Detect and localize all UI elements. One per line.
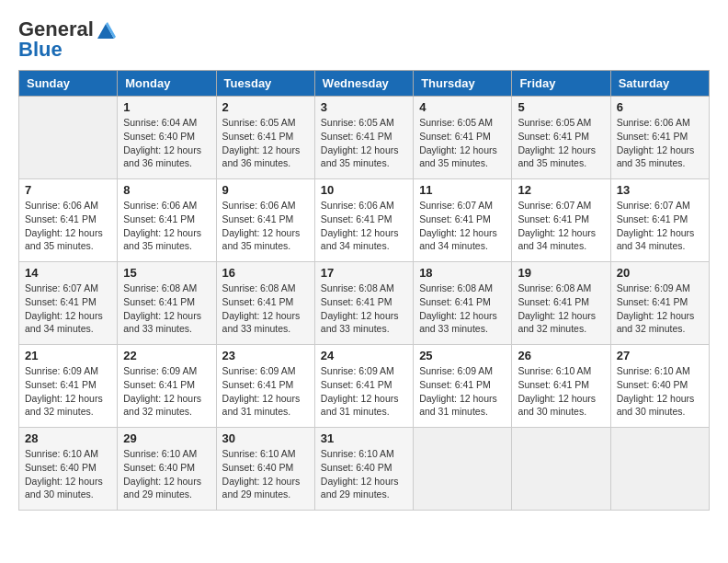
calendar-cell: 25Sunrise: 6:09 AM Sunset: 6:41 PM Dayli… bbox=[414, 345, 512, 428]
page-header: General Blue bbox=[18, 18, 710, 61]
calendar-cell: 22Sunrise: 6:09 AM Sunset: 6:41 PM Dayli… bbox=[118, 345, 216, 428]
calendar-cell: 21Sunrise: 6:09 AM Sunset: 6:41 PM Dayli… bbox=[19, 345, 118, 428]
day-info: Sunrise: 6:04 AM Sunset: 6:40 PM Dayligh… bbox=[123, 116, 210, 170]
day-number: 2 bbox=[222, 100, 309, 114]
day-info: Sunrise: 6:09 AM Sunset: 6:41 PM Dayligh… bbox=[321, 364, 407, 419]
day-info: Sunrise: 6:06 AM Sunset: 6:41 PM Dayligh… bbox=[617, 116, 703, 170]
day-info: Sunrise: 6:06 AM Sunset: 6:41 PM Dayligh… bbox=[222, 199, 309, 253]
calendar-cell: 3Sunrise: 6:05 AM Sunset: 6:41 PM Daylig… bbox=[314, 97, 413, 179]
day-number: 25 bbox=[419, 349, 506, 362]
calendar-week-1: 1Sunrise: 6:04 AM Sunset: 6:40 PM Daylig… bbox=[19, 97, 710, 179]
calendar-week-4: 21Sunrise: 6:09 AM Sunset: 6:41 PM Dayli… bbox=[19, 345, 710, 428]
weekday-header-monday: Monday bbox=[118, 71, 216, 97]
day-info: Sunrise: 6:10 AM Sunset: 6:40 PM Dayligh… bbox=[617, 364, 703, 419]
calendar-cell: 30Sunrise: 6:10 AM Sunset: 6:40 PM Dayli… bbox=[216, 428, 314, 511]
day-info: Sunrise: 6:09 AM Sunset: 6:41 PM Dayligh… bbox=[419, 364, 506, 419]
calendar-cell bbox=[610, 428, 709, 511]
day-info: Sunrise: 6:05 AM Sunset: 6:41 PM Dayligh… bbox=[518, 116, 604, 170]
calendar-cell: 23Sunrise: 6:09 AM Sunset: 6:41 PM Dayli… bbox=[216, 345, 314, 428]
day-number: 1 bbox=[123, 100, 210, 114]
day-number: 22 bbox=[123, 349, 210, 362]
day-info: Sunrise: 6:09 AM Sunset: 6:41 PM Dayligh… bbox=[617, 282, 703, 336]
calendar-cell: 7Sunrise: 6:06 AM Sunset: 6:41 PM Daylig… bbox=[19, 179, 118, 262]
day-number: 11 bbox=[419, 183, 506, 197]
calendar-week-3: 14Sunrise: 6:07 AM Sunset: 6:41 PM Dayli… bbox=[19, 262, 710, 345]
day-number: 23 bbox=[222, 349, 309, 362]
logo-blue: Blue bbox=[18, 38, 63, 61]
calendar-cell: 13Sunrise: 6:07 AM Sunset: 6:41 PM Dayli… bbox=[610, 179, 709, 262]
calendar-cell: 16Sunrise: 6:08 AM Sunset: 6:41 PM Dayli… bbox=[216, 262, 314, 345]
weekday-header-thursday: Thursday bbox=[414, 71, 512, 97]
day-number: 3 bbox=[321, 100, 407, 114]
day-info: Sunrise: 6:06 AM Sunset: 6:41 PM Dayligh… bbox=[123, 199, 210, 253]
day-info: Sunrise: 6:05 AM Sunset: 6:41 PM Dayligh… bbox=[419, 116, 506, 170]
day-info: Sunrise: 6:05 AM Sunset: 6:41 PM Dayligh… bbox=[222, 116, 309, 170]
logo-icon bbox=[96, 20, 116, 40]
day-number: 31 bbox=[321, 431, 407, 445]
day-number: 19 bbox=[518, 266, 604, 280]
calendar-cell: 15Sunrise: 6:08 AM Sunset: 6:41 PM Dayli… bbox=[118, 262, 216, 345]
calendar-cell: 28Sunrise: 6:10 AM Sunset: 6:40 PM Dayli… bbox=[19, 428, 118, 511]
day-info: Sunrise: 6:06 AM Sunset: 6:41 PM Dayligh… bbox=[25, 199, 111, 253]
day-info: Sunrise: 6:08 AM Sunset: 6:41 PM Dayligh… bbox=[518, 282, 604, 336]
calendar-cell: 14Sunrise: 6:07 AM Sunset: 6:41 PM Dayli… bbox=[19, 262, 118, 345]
day-number: 18 bbox=[419, 266, 506, 280]
calendar-cell: 20Sunrise: 6:09 AM Sunset: 6:41 PM Dayli… bbox=[610, 262, 709, 345]
day-info: Sunrise: 6:10 AM Sunset: 6:40 PM Dayligh… bbox=[321, 447, 407, 501]
calendar-cell: 9Sunrise: 6:06 AM Sunset: 6:41 PM Daylig… bbox=[216, 179, 314, 262]
day-number: 26 bbox=[518, 349, 604, 362]
day-info: Sunrise: 6:09 AM Sunset: 6:41 PM Dayligh… bbox=[123, 364, 210, 419]
calendar-cell: 19Sunrise: 6:08 AM Sunset: 6:41 PM Dayli… bbox=[512, 262, 610, 345]
calendar-cell: 31Sunrise: 6:10 AM Sunset: 6:40 PM Dayli… bbox=[314, 428, 413, 511]
day-info: Sunrise: 6:08 AM Sunset: 6:41 PM Dayligh… bbox=[419, 282, 506, 336]
day-number: 29 bbox=[123, 431, 210, 445]
calendar-cell bbox=[414, 428, 512, 511]
day-info: Sunrise: 6:09 AM Sunset: 6:41 PM Dayligh… bbox=[222, 364, 309, 419]
calendar-body: 1Sunrise: 6:04 AM Sunset: 6:40 PM Daylig… bbox=[19, 97, 710, 511]
calendar-cell: 2Sunrise: 6:05 AM Sunset: 6:41 PM Daylig… bbox=[216, 97, 314, 179]
calendar-cell: 18Sunrise: 6:08 AM Sunset: 6:41 PM Dayli… bbox=[414, 262, 512, 345]
day-number: 20 bbox=[617, 266, 703, 280]
day-number: 24 bbox=[321, 349, 407, 362]
calendar-cell bbox=[19, 97, 118, 179]
day-number: 28 bbox=[25, 431, 111, 445]
weekday-header-sunday: Sunday bbox=[19, 71, 118, 97]
calendar-cell: 24Sunrise: 6:09 AM Sunset: 6:41 PM Dayli… bbox=[314, 345, 413, 428]
calendar-cell: 10Sunrise: 6:06 AM Sunset: 6:41 PM Dayli… bbox=[314, 179, 413, 262]
day-number: 13 bbox=[617, 183, 703, 197]
day-number: 7 bbox=[25, 183, 111, 197]
weekday-header-tuesday: Tuesday bbox=[216, 71, 314, 97]
day-info: Sunrise: 6:09 AM Sunset: 6:41 PM Dayligh… bbox=[25, 364, 111, 419]
day-info: Sunrise: 6:08 AM Sunset: 6:41 PM Dayligh… bbox=[321, 282, 407, 336]
day-info: Sunrise: 6:07 AM Sunset: 6:41 PM Dayligh… bbox=[25, 282, 111, 336]
calendar-cell: 29Sunrise: 6:10 AM Sunset: 6:40 PM Dayli… bbox=[118, 428, 216, 511]
day-number: 15 bbox=[123, 266, 210, 280]
logo: General Blue bbox=[18, 18, 116, 61]
calendar-cell: 6Sunrise: 6:06 AM Sunset: 6:41 PM Daylig… bbox=[610, 97, 709, 179]
weekday-header-saturday: Saturday bbox=[610, 71, 709, 97]
day-number: 17 bbox=[321, 266, 407, 280]
calendar-cell: 1Sunrise: 6:04 AM Sunset: 6:40 PM Daylig… bbox=[118, 97, 216, 179]
calendar-cell: 4Sunrise: 6:05 AM Sunset: 6:41 PM Daylig… bbox=[414, 97, 512, 179]
day-number: 14 bbox=[25, 266, 111, 280]
day-info: Sunrise: 6:10 AM Sunset: 6:40 PM Dayligh… bbox=[222, 447, 309, 501]
day-number: 6 bbox=[617, 100, 703, 114]
day-info: Sunrise: 6:07 AM Sunset: 6:41 PM Dayligh… bbox=[617, 199, 703, 253]
calendar-cell: 5Sunrise: 6:05 AM Sunset: 6:41 PM Daylig… bbox=[512, 97, 610, 179]
day-info: Sunrise: 6:10 AM Sunset: 6:40 PM Dayligh… bbox=[123, 447, 210, 501]
day-number: 21 bbox=[25, 349, 111, 362]
weekday-header-row: SundayMondayTuesdayWednesdayThursdayFrid… bbox=[19, 71, 710, 97]
calendar-table: SundayMondayTuesdayWednesdayThursdayFrid… bbox=[18, 70, 710, 511]
day-info: Sunrise: 6:05 AM Sunset: 6:41 PM Dayligh… bbox=[321, 116, 407, 170]
day-info: Sunrise: 6:10 AM Sunset: 6:40 PM Dayligh… bbox=[25, 447, 111, 501]
calendar-header: SundayMondayTuesdayWednesdayThursdayFrid… bbox=[19, 71, 710, 97]
day-number: 12 bbox=[518, 183, 604, 197]
calendar-cell: 12Sunrise: 6:07 AM Sunset: 6:41 PM Dayli… bbox=[512, 179, 610, 262]
day-number: 9 bbox=[222, 183, 309, 197]
calendar-cell: 17Sunrise: 6:08 AM Sunset: 6:41 PM Dayli… bbox=[314, 262, 413, 345]
weekday-header-wednesday: Wednesday bbox=[314, 71, 413, 97]
calendar-cell: 26Sunrise: 6:10 AM Sunset: 6:41 PM Dayli… bbox=[512, 345, 610, 428]
day-info: Sunrise: 6:10 AM Sunset: 6:41 PM Dayligh… bbox=[518, 364, 604, 419]
calendar-week-2: 7Sunrise: 6:06 AM Sunset: 6:41 PM Daylig… bbox=[19, 179, 710, 262]
day-number: 27 bbox=[617, 349, 703, 362]
